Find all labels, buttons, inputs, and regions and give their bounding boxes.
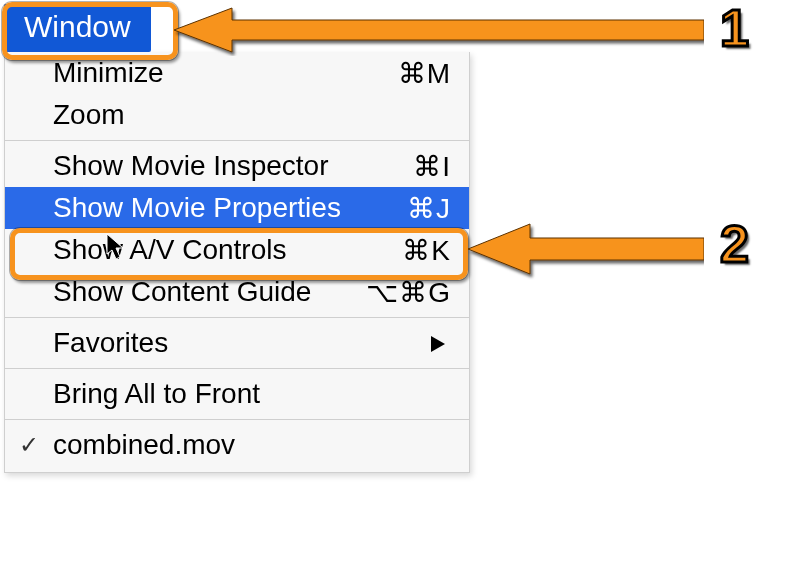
menu-item-label: combined.mov: [53, 429, 451, 461]
menu-item-label: Show Content Guide: [53, 276, 366, 308]
checkmark-icon: ✓: [5, 431, 53, 459]
annotation-arrow-2: [468, 218, 704, 280]
menu-item-combined-mov[interactable]: ✓combined.mov: [5, 424, 469, 466]
svg-marker-2: [468, 224, 704, 274]
menu-item-show-movie-properties[interactable]: Show Movie Properties⌘J: [5, 187, 469, 229]
window-menu: Window Minimize⌘MZoomShow Movie Inspecto…: [4, 4, 470, 473]
menu-divider: [5, 140, 469, 141]
menu-item-label: Bring All to Front: [53, 378, 451, 410]
menu-item-favorites[interactable]: Favorites: [5, 322, 469, 364]
submenu-arrow-icon: [431, 327, 469, 359]
menu-item-shortcut: ⌘M: [398, 57, 469, 90]
menu-item-label: Show A/V Controls: [53, 234, 402, 266]
menu-item-zoom[interactable]: Zoom: [5, 94, 469, 136]
menu-divider: [5, 368, 469, 369]
menu-item-label: Minimize: [53, 57, 398, 89]
menu-item-label: Zoom: [53, 99, 451, 131]
menu-item-shortcut: ⌘K: [402, 234, 469, 267]
svg-marker-0: [431, 336, 445, 352]
menu-item-label: Show Movie Inspector: [53, 150, 413, 182]
menu-item-bring-all-to-front[interactable]: Bring All to Front: [5, 373, 469, 415]
menu-divider: [5, 317, 469, 318]
menu-item-show-a-v-controls[interactable]: Show A/V Controls⌘K: [5, 229, 469, 271]
menu-item-label: Show Movie Properties: [53, 192, 407, 224]
menu-title-window[interactable]: Window: [4, 4, 151, 52]
menu-divider: [5, 419, 469, 420]
menu-item-show-content-guide[interactable]: Show Content Guide⌥⌘G: [5, 271, 469, 313]
annotation-number-1: 1: [720, 0, 749, 58]
menu-item-minimize[interactable]: Minimize⌘M: [5, 52, 469, 94]
annotation-number-2: 2: [720, 214, 749, 274]
menu-item-shortcut: ⌘J: [407, 192, 469, 225]
menu-title-label: Window: [24, 10, 131, 43]
menu-item-label: Favorites: [53, 327, 431, 359]
menu-item-shortcut: ⌥⌘G: [366, 276, 469, 309]
menu-item-show-movie-inspector[interactable]: Show Movie Inspector⌘I: [5, 145, 469, 187]
dropdown-menu: Minimize⌘MZoomShow Movie Inspector⌘IShow…: [4, 52, 470, 473]
menu-item-shortcut: ⌘I: [413, 150, 469, 183]
